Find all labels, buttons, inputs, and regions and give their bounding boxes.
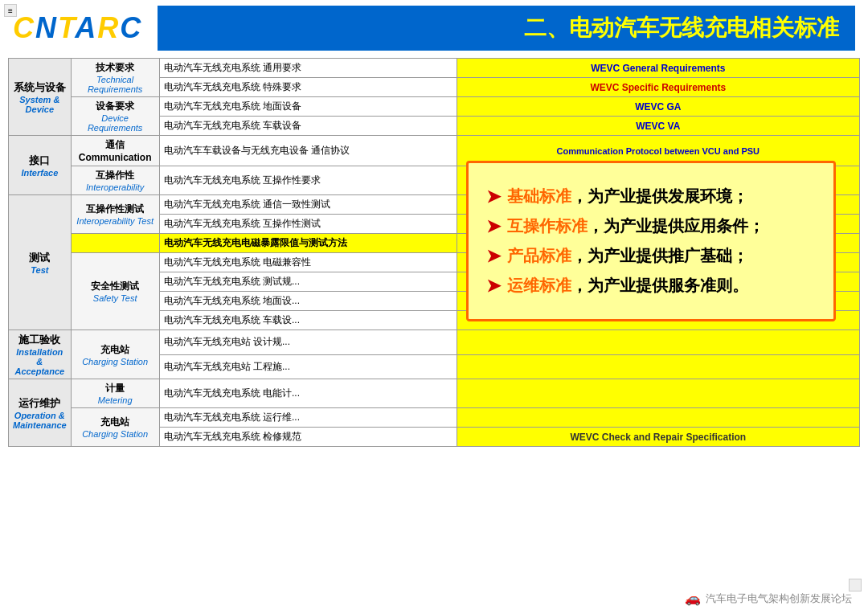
standard-cell xyxy=(457,330,859,355)
popup-item-4: ➤ 运维标准，为产业提供服务准则。 xyxy=(486,275,816,297)
cat1-interface: 接口 Interface xyxy=(9,136,72,195)
term-3: 产品标准 xyxy=(507,247,571,264)
term-1: 基础标准 xyxy=(507,187,571,205)
header-title: 二、电动汽车无线充电相关标准 xyxy=(158,6,855,51)
popup-item-2: ➤ 互操作标准，为产业提供应用条件； xyxy=(486,215,816,237)
cat2-metering: 计量 Metering xyxy=(71,379,159,408)
standard-cell xyxy=(457,408,859,428)
cat2-safety: 安全性测试 Safety Test xyxy=(71,253,159,330)
cat2-charging-station2: 充电站 Charging Station xyxy=(71,408,159,447)
watermark-icon: 🚗 xyxy=(685,591,701,606)
item-cell: 电动汽车无线充电系统 通信一致性测试 xyxy=(159,195,457,215)
popup-item-3: ➤ 产品标准，为产业提供推广基础； xyxy=(486,245,816,267)
item-cell: 电动汽车无线充电系统 检修规范 xyxy=(159,428,457,447)
cat2-comm: 通信 Communication xyxy=(71,136,159,166)
footer-watermark: 🚗 汽车电子电气架构创新发展论坛 xyxy=(685,591,852,606)
arrow-icon-1: ➤ xyxy=(486,186,501,207)
item-cell: 电动汽车无线充电系统 互操作性要求 xyxy=(159,166,457,195)
cat1-install: 施工验收 Installation & Acceptance xyxy=(9,330,72,379)
item-cell: 电动汽车无线充电电磁暴露限值与测试方法 xyxy=(159,234,457,253)
standard-cell xyxy=(457,379,859,408)
arrow-icon-2: ➤ xyxy=(486,216,501,237)
table-row: 设备要求 Device Requirements 电动汽车无线充电系统 地面设备… xyxy=(9,97,860,117)
rest-4: ，为产业提供服务准则。 xyxy=(571,276,748,294)
title-text: 二、电动汽车无线充电相关标准 xyxy=(524,13,839,43)
overlay-popup: ➤ 基础标准，为产业提供发展环境； ➤ 互操作标准，为产业提供应用条件； ➤ 产… xyxy=(466,161,836,321)
rest-2: ，为产业提供应用条件； xyxy=(588,217,764,235)
arrow-icon-3: ➤ xyxy=(486,246,501,267)
cat1-system: 系统与设备 System & Device xyxy=(9,59,72,136)
table-row: 系统与设备 System & Device 技术要求 Technical Req… xyxy=(9,59,860,78)
logo: CNTARC xyxy=(13,11,158,45)
standard-cell: WEVC GA xyxy=(457,97,859,117)
cat2-interop: 互操作性 Interoperability xyxy=(71,166,159,195)
item-cell: 电动汽车无线充电系统 地面设备 xyxy=(159,97,457,117)
header: CNTARC 二、电动汽车无线充电相关标准 xyxy=(0,0,868,56)
item-cell: 电动汽车无线充电系统 测试规... xyxy=(159,272,457,292)
arrow-icon-4: ➤ xyxy=(486,276,501,297)
standard-cell: WEVC Check and Repair Specification xyxy=(457,428,859,447)
item-cell: 电动汽车无线充电系统 车载设备 xyxy=(159,117,457,136)
rest-3: ，为产业提供推广基础； xyxy=(571,247,748,264)
standard-cell: WEVC General Requirements xyxy=(457,59,859,78)
cat2-interop-test: 互操作性测试 Interoperability Test xyxy=(71,195,159,234)
item-cell: 电动汽车无线充电系统 特殊要求 xyxy=(159,78,457,97)
cat1-operation: 运行维护 Operation & Maintenance xyxy=(9,379,72,447)
term-2: 互操作标准 xyxy=(507,217,588,235)
watermark-text: 汽车电子电气架构创新发展论坛 xyxy=(706,591,852,606)
item-cell: 电动汽车无线充电系统 运行维... xyxy=(159,408,457,428)
bottom-right-icon xyxy=(849,579,862,591)
cat2-emf xyxy=(71,234,159,253)
cat2-device: 设备要求 Device Requirements xyxy=(71,97,159,136)
popup-item-1: ➤ 基础标准，为产业提供发展环境； xyxy=(486,186,816,207)
standard-cell xyxy=(457,354,859,379)
cat2-tech: 技术要求 Technical Requirements xyxy=(71,59,159,97)
item-cell: 电动汽车无线充电系统 地面设... xyxy=(159,292,457,311)
item-cell: 电动汽车无线充电站 设计规... xyxy=(159,330,457,355)
nav-icon: ≡ xyxy=(4,4,17,17)
cat1-test: 测试 Test xyxy=(9,195,72,330)
item-cell: 电动汽车无线充电系统 通用要求 xyxy=(159,59,457,78)
logo-area: CNTARC xyxy=(13,11,158,45)
item-cell: 电动汽车无线充电系统 车载设... xyxy=(159,311,457,330)
item-cell: 电动汽车无线充电站 工程施... xyxy=(159,354,457,379)
table-row: 施工验收 Installation & Acceptance 充电站 Charg… xyxy=(9,330,860,355)
item-cell: 电动汽车无线充电系统 电磁兼容性 xyxy=(159,253,457,272)
standard-cell: WEVC VA xyxy=(457,117,859,136)
table-row: 充电站 Charging Station 电动汽车无线充电系统 运行维... xyxy=(9,408,860,428)
rest-1: ，为产业提供发展环境； xyxy=(571,187,748,205)
item-cell: 电动汽车无线充电系统 电能计... xyxy=(159,379,457,408)
item-cell: 电动汽车无线充电系统 互操作性测试 xyxy=(159,215,457,234)
item-cell: 电动汽车车载设备与无线充电设备 通信协议 xyxy=(159,136,457,166)
term-4: 运维标准 xyxy=(507,276,571,294)
cat2-charging-station1: 充电站 Charging Station xyxy=(71,330,159,379)
standard-cell: WEVC Specific Requirements xyxy=(457,78,859,97)
table-row: 运行维护 Operation & Maintenance 计量 Metering… xyxy=(9,379,860,408)
main-container: ≡ CNTARC 二、电动汽车无线充电相关标准 系统与设备 System & D… xyxy=(0,0,868,614)
